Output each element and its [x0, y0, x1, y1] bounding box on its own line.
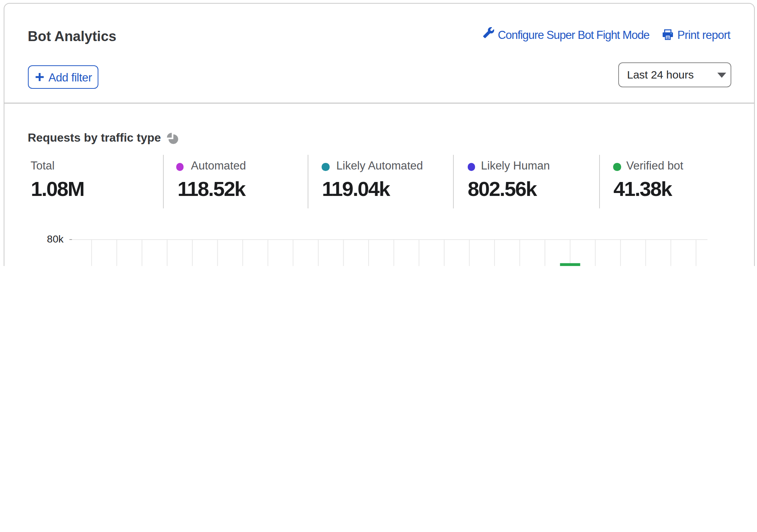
svg-text:70k: 70k [47, 265, 64, 266]
svg-text:80k: 80k [47, 233, 64, 245]
